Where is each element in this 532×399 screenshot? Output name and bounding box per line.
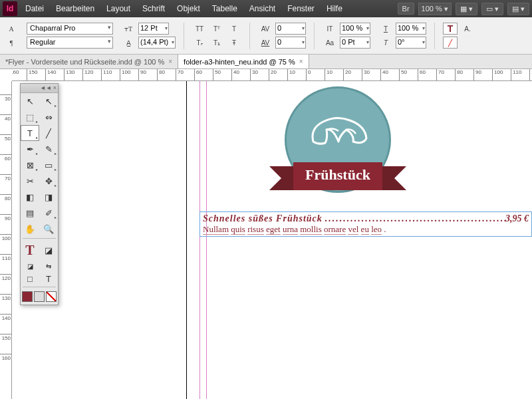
tool-direct-selection[interactable]: ↖▸: [39, 93, 58, 109]
allcaps-icon[interactable]: TT: [192, 23, 207, 35]
zoom-select[interactable]: 100 % ▾: [418, 3, 452, 15]
menu-heading-line: Schnelles süßes Frühstück ..............…: [203, 213, 529, 224]
top-right-controls: Br 100 % ▾ ▦ ▾ ▭ ▾ ▤ ▾: [398, 3, 529, 15]
menu-ansicht[interactable]: Ansicht: [244, 1, 281, 16]
body-word: eu: [361, 224, 369, 235]
bridge-button[interactable]: Br: [398, 3, 414, 15]
leading-field[interactable]: (14,4 Pt): [138, 37, 176, 49]
font-size-icon: ᴛT: [121, 23, 136, 35]
collapse-icon[interactable]: ◄◄: [40, 84, 52, 92]
document-tab[interactable]: *Flyer - Vorderseite und Rückseite.indd …: [0, 55, 178, 68]
zoom-value: 100 %: [422, 5, 442, 13]
control-panel: A ¶ Chaparral Pro Regular ᴛT12 Pt A̲(14,…: [0, 17, 532, 55]
tool-free-transform[interactable]: ✥▸: [39, 173, 58, 189]
menu-layout[interactable]: Layout: [101, 1, 136, 16]
vscale-field[interactable]: 100 %: [340, 23, 370, 35]
tool-default-fs[interactable]: ◪: [21, 260, 39, 272]
hscale-field[interactable]: 100 %: [396, 23, 426, 35]
ribbon: Frühstück: [265, 162, 411, 190]
croissant-icon: [307, 108, 373, 155]
tab-close-icon[interactable]: ×: [168, 58, 172, 65]
ribbon-end-right: [382, 166, 406, 190]
stroke-none-icon[interactable]: ╱: [443, 37, 458, 49]
menu-fenster[interactable]: Fenster: [282, 1, 320, 16]
tool-hand[interactable]: ✋: [21, 221, 39, 237]
menu-bar-container: Id DateiBearbeitenLayoutSchriftObjektTab…: [0, 0, 532, 17]
menu-datei[interactable]: Datei: [20, 1, 49, 16]
arrange-button[interactable]: ▤ ▾: [507, 3, 529, 15]
badge-graphic: Frühstück: [265, 86, 411, 190]
char-mode-icon[interactable]: A: [4, 23, 19, 35]
close-icon[interactable]: ×: [53, 84, 57, 92]
kerning-icon: AV: [258, 23, 273, 35]
menu-schrift[interactable]: Schrift: [137, 1, 170, 16]
menu-bearbeiten[interactable]: Bearbeiten: [51, 1, 100, 16]
kerning-field[interactable]: 0: [275, 23, 306, 35]
view-options-button[interactable]: ▦ ▾: [456, 3, 477, 15]
menu-objekt[interactable]: Objekt: [172, 1, 205, 16]
menu-body-line: Nullam quis risus eget urna mollis ornar…: [203, 224, 529, 235]
menu-tabelle[interactable]: Tabelle: [207, 1, 243, 16]
tool-rectangle-frame[interactable]: ⊠▸: [21, 157, 39, 173]
tool-rectangle[interactable]: ▭▸: [39, 157, 58, 173]
superscript-icon[interactable]: Tᵀ: [209, 23, 224, 35]
font-family-select[interactable]: Chaparral Pro: [27, 23, 113, 35]
screen-mode-button[interactable]: ▭ ▾: [481, 3, 503, 15]
tool-gradient-feather[interactable]: ◨: [39, 189, 58, 205]
tool-pencil[interactable]: ✎▸: [39, 141, 58, 157]
font-size-field[interactable]: 12 Pt: [138, 23, 169, 35]
baseline-field[interactable]: 0 Pt: [340, 37, 370, 49]
page-edge-left: [186, 81, 187, 399]
tool-fill-T[interactable]: T: [21, 240, 39, 260]
tool-scissors[interactable]: ✂: [21, 173, 39, 189]
skew-field[interactable]: 0°: [396, 37, 426, 49]
tool-stroke-swap[interactable]: ◪: [39, 240, 58, 260]
tool-apply-color[interactable]: □: [21, 272, 39, 285]
margin-guide-left: [200, 81, 200, 399]
menu-bar: DateiBearbeitenLayoutSchriftObjektTabell…: [20, 1, 348, 16]
tool-type[interactable]: T▸: [21, 125, 39, 141]
leader-dots: ........................................…: [323, 213, 505, 224]
tool-page[interactable]: ⬚▸: [21, 109, 39, 125]
tool-note[interactable]: ▤: [21, 205, 39, 221]
app-logo: Id: [3, 1, 17, 16]
tab-label: folder-a3-hinten_neu.indd @ 75 %: [184, 58, 295, 66]
menu-hilfe[interactable]: Hilfe: [321, 1, 348, 16]
vertical-ruler[interactable]: 2030405060708090100110120130140150160: [0, 81, 12, 399]
strikethrough-icon[interactable]: Ŧ: [227, 37, 241, 49]
font-style-select[interactable]: Regular: [27, 37, 113, 49]
canvas[interactable]: Frühstück Schnelles süßes Frühstück ....…: [12, 81, 532, 399]
skew-icon: T: [378, 37, 393, 49]
tools-panel-header[interactable]: ◄◄ ×: [21, 84, 58, 93]
fill-color-icon[interactable]: T: [443, 23, 458, 35]
body-word: quis: [231, 224, 245, 235]
tool-selection[interactable]: ↖: [21, 93, 39, 109]
swatch[interactable]: [22, 291, 33, 302]
tool-zoom[interactable]: 🔍: [39, 221, 58, 237]
horizontal-ruler[interactable]: 1601501401301201101009080706050403020100…: [12, 69, 532, 81]
smallcaps-icon[interactable]: Tᵣ: [192, 37, 207, 49]
body-word: urna: [283, 224, 298, 235]
subscript-icon[interactable]: T₁: [209, 37, 224, 49]
char-style-icon[interactable]: A.: [460, 23, 475, 35]
tool-pen[interactable]: ✒▸: [21, 141, 39, 157]
tools-panel[interactable]: ◄◄ × ↖↖▸⬚▸⇔T▸╱✒▸✎▸⊠▸▭▸✂✥▸◧◨▤✐▸✋🔍T◪◪⇆□T: [20, 83, 59, 305]
tool-apply-T[interactable]: T: [39, 272, 58, 285]
tool-swap-fs[interactable]: ⇆: [39, 260, 58, 272]
tool-gradient-swatch[interactable]: ◧: [21, 189, 39, 205]
tool-eyedropper[interactable]: ✐▸: [39, 205, 58, 221]
tab-close-icon[interactable]: ×: [299, 58, 303, 65]
tool-line[interactable]: ╱: [39, 125, 58, 141]
swatch[interactable]: [46, 291, 57, 302]
document-tab[interactable]: folder-a3-hinten_neu.indd @ 75 %×: [178, 55, 309, 68]
tool-gap[interactable]: ⇔: [39, 109, 58, 125]
tab-label: *Flyer - Vorderseite und Rückseite.indd …: [5, 58, 164, 66]
document-tabs: *Flyer - Vorderseite und Rückseite.indd …: [0, 55, 532, 69]
swatch[interactable]: [34, 291, 45, 302]
ribbon-end-left: [269, 166, 293, 190]
para-mode-icon[interactable]: ¶: [4, 37, 19, 49]
tracking-field[interactable]: 0: [275, 37, 306, 49]
underline-icon[interactable]: T: [227, 23, 241, 35]
text-frame[interactable]: Schnelles süßes Frühstück ..............…: [200, 211, 532, 237]
leading-icon: A̲: [121, 37, 136, 49]
